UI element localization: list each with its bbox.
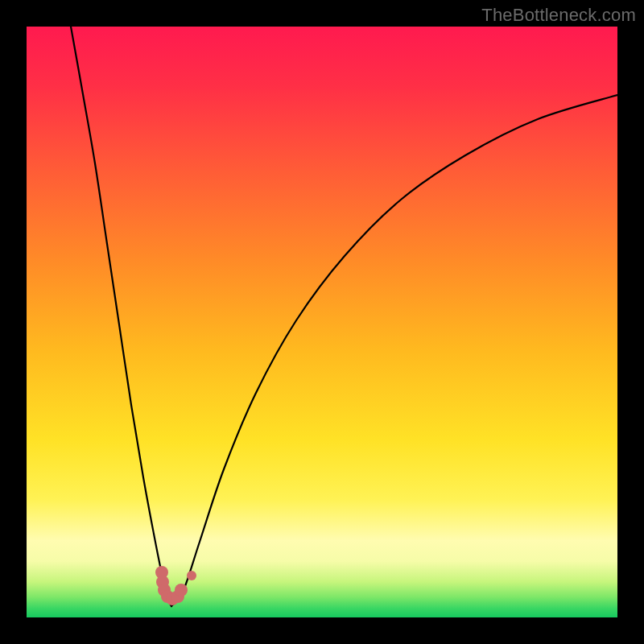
valley-marker-dot bbox=[187, 571, 196, 580]
watermark-text: TheBottleneck.com bbox=[481, 5, 636, 26]
frame: TheBottleneck.com bbox=[0, 0, 644, 644]
valley-marker-dot bbox=[175, 584, 188, 597]
gradient-background bbox=[27, 27, 617, 617]
plot-area bbox=[27, 27, 617, 617]
chart-svg bbox=[27, 27, 617, 617]
